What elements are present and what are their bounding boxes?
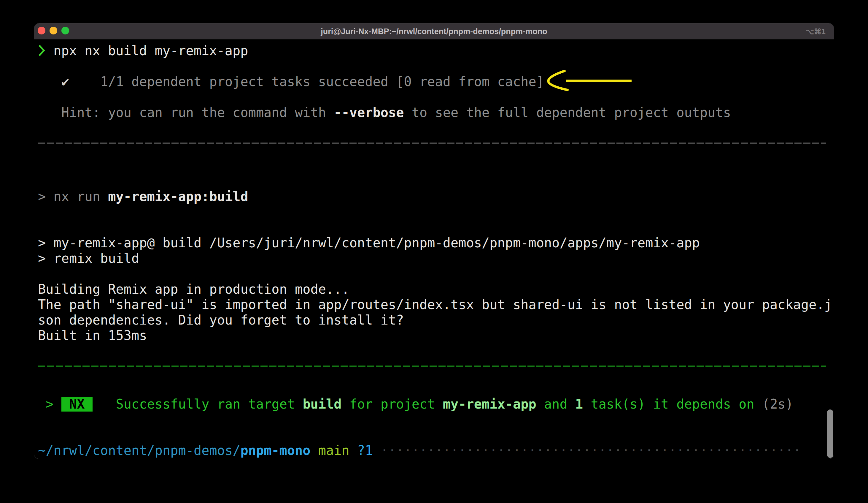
terminal-line: Building Remix app in production mode... <box>38 281 834 297</box>
prompt-fill-dots: ········································… <box>373 443 801 458</box>
git-branch: main <box>311 443 357 458</box>
terminal-line <box>38 427 834 443</box>
terminal-divider <box>38 142 834 158</box>
terminal-line: son dependencies. Did you forget to inst… <box>38 312 834 328</box>
terminal-line <box>38 412 834 427</box>
hint-text: Hint: you can run the command with <box>38 105 334 120</box>
title-bar[interactable]: juri@Juri-Nx-MBP:~/nrwl/content/pnpm-dem… <box>34 23 834 40</box>
nx-badge: NX <box>61 397 93 412</box>
terminal-line <box>38 120 834 136</box>
prompt-chevron-icon <box>38 45 46 56</box>
prompt-path: ~/nrwl/content/pnpm-demos/ <box>38 443 240 458</box>
window-shortcut-badge: ⌥⌘1 <box>805 23 826 40</box>
success-text: Successfully ran target <box>93 397 303 412</box>
terminal-line <box>38 381 834 396</box>
success-prefix: > <box>38 397 61 412</box>
section-divider <box>38 142 826 144</box>
terminal-line <box>38 89 834 105</box>
terminal-line <box>38 220 834 235</box>
success-project: my-remix-app <box>443 397 536 412</box>
success-target: build <box>302 397 341 412</box>
success-text: for project <box>342 397 443 412</box>
terminal-line: Built in 153ms <box>38 328 834 343</box>
success-text: task(s) it depends on <box>583 397 762 412</box>
success-count: 1 <box>575 397 583 412</box>
terminal-line: > my-remix-app@ build /Users/juri/nrwl/c… <box>38 235 834 251</box>
terminal-line <box>38 59 834 74</box>
terminal-line: > NX Successfully ran target build for p… <box>38 396 834 412</box>
success-text: and <box>536 397 575 412</box>
build-output: Built in 153ms <box>38 328 147 343</box>
terminal-line <box>38 158 834 173</box>
task-summary: 1/1 dependent project tasks succeeded [0… <box>69 74 544 89</box>
terminal-line: Hint: you can run the command with --ver… <box>38 105 834 120</box>
terminal-window: juri@Juri-Nx-MBP:~/nrwl/content/pnpm-dem… <box>34 23 834 459</box>
success-duration: (2s) <box>762 397 793 412</box>
terminal-line <box>38 343 834 359</box>
space <box>46 459 53 459</box>
build-output: son dependencies. Did you forget to inst… <box>38 313 404 328</box>
terminal-divider <box>38 365 834 381</box>
git-status: ?1 <box>357 443 373 458</box>
scrollbar-thumb[interactable] <box>827 410 833 458</box>
nx-run-prefix: > nx run <box>38 189 108 204</box>
hint-text: to see the full dependent project output… <box>404 105 731 120</box>
prompt-dir: pnpm-mono <box>240 443 310 458</box>
terminal-line <box>38 204 834 220</box>
terminal-line: > nx run my-remix-app:build <box>38 189 834 204</box>
check-icon: ✔ <box>38 74 69 89</box>
script-line: > my-remix-app@ build /Users/juri/nrwl/c… <box>38 235 700 250</box>
build-output: The path "shared-ui" is imported in app/… <box>38 297 832 312</box>
terminal-line <box>38 266 834 281</box>
window-title: juri@Juri-Nx-MBP:~/nrwl/content/pnpm-dem… <box>34 23 834 40</box>
script-line: > remix build <box>38 251 139 266</box>
terminal-line: The path "shared-ui" is imported in app/… <box>38 297 834 312</box>
nx-run-target: my-remix-app:build <box>108 189 248 204</box>
hint-flag: --verbose <box>334 105 404 120</box>
command-text: npx nx build my-remix-app <box>46 43 248 58</box>
terminal-line <box>38 458 834 459</box>
success-divider <box>38 365 826 367</box>
terminal-line: npx nx build my-remix-app <box>38 43 834 59</box>
build-output: Building Remix app in production mode... <box>38 282 350 296</box>
terminal-line: ✔ 1/1 dependent project tasks succeeded … <box>38 74 834 89</box>
terminal-line <box>38 173 834 189</box>
terminal-line: ~/nrwl/content/pnpm-demos/pnpm-mono main… <box>38 443 834 458</box>
terminal-content[interactable]: npx nx build my-remix-app ✔ 1/1 dependen… <box>34 40 834 459</box>
terminal-line: > remix build <box>38 251 834 266</box>
